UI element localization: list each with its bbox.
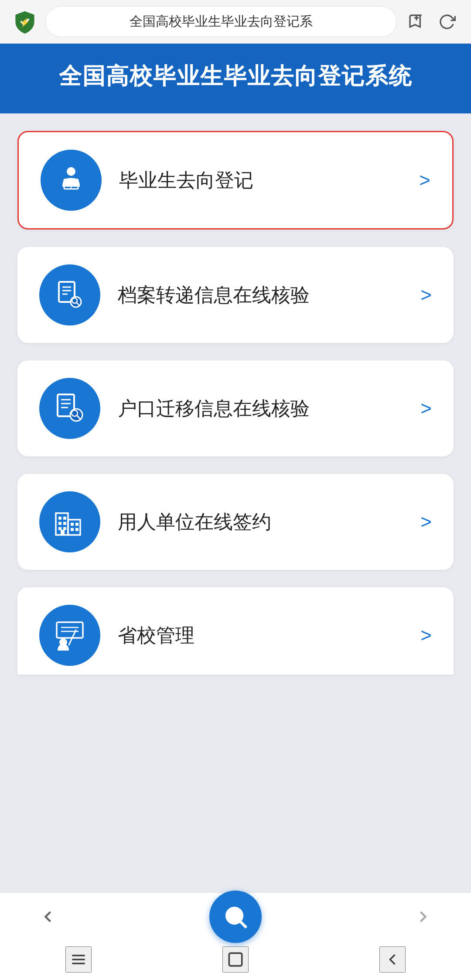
search-button[interactable] bbox=[209, 891, 262, 943]
household-icon bbox=[52, 391, 87, 426]
archive-icon-circle bbox=[39, 264, 100, 326]
svg-rect-32 bbox=[61, 530, 65, 535]
refresh-icon[interactable] bbox=[436, 11, 458, 33]
svg-line-39 bbox=[240, 922, 246, 928]
archive-icon bbox=[52, 278, 87, 312]
employer-icon-circle bbox=[39, 491, 100, 552]
menu-card-graduate-registration[interactable]: 毕业生去向登记 > bbox=[17, 131, 454, 230]
svg-rect-43 bbox=[229, 953, 242, 966]
forward-button[interactable] bbox=[410, 904, 436, 930]
svg-point-3 bbox=[67, 167, 75, 176]
system-back-button[interactable] bbox=[379, 946, 406, 973]
app-header-title: 全国高校毕业生毕业去向登记系统 bbox=[22, 61, 449, 92]
household-icon-circle bbox=[39, 378, 100, 439]
menu-card-province-management[interactable]: 省校管理 > bbox=[17, 587, 454, 675]
svg-rect-31 bbox=[75, 528, 78, 531]
province-management-arrow: > bbox=[420, 624, 432, 646]
employer-signing-label: 用人单位在线签约 bbox=[118, 509, 403, 535]
back-button[interactable] bbox=[35, 904, 61, 930]
bookmark-icon[interactable] bbox=[406, 11, 427, 33]
svg-rect-25 bbox=[63, 522, 66, 525]
graduate-registration-label: 毕业生去向登记 bbox=[119, 168, 402, 193]
archive-transfer-arrow: > bbox=[420, 284, 432, 306]
menu-card-employer-signing[interactable]: 用人单位在线签约 > bbox=[17, 474, 454, 570]
bottom-bar-buttons bbox=[0, 893, 471, 941]
svg-rect-30 bbox=[71, 528, 74, 531]
browser-bar: ⚡ 全国高校毕业生毕业去向登记系 bbox=[0, 0, 471, 44]
graduate-icon bbox=[54, 163, 89, 198]
svg-rect-21 bbox=[68, 520, 80, 535]
employer-signing-arrow: > bbox=[420, 511, 432, 533]
menu-card-household-transfer[interactable]: 户口迁移信息在线核验 > bbox=[17, 360, 454, 456]
svg-rect-24 bbox=[58, 522, 61, 525]
household-transfer-arrow: > bbox=[420, 397, 432, 419]
svg-rect-29 bbox=[75, 523, 78, 526]
province-management-label: 省校管理 bbox=[118, 623, 403, 648]
graduate-registration-arrow: > bbox=[419, 169, 430, 191]
employer-icon bbox=[52, 504, 87, 539]
app-header: 全国高校毕业生毕业去向登记系统 bbox=[0, 44, 471, 113]
svg-rect-22 bbox=[58, 517, 61, 520]
svg-text:⚡: ⚡ bbox=[20, 17, 30, 27]
svg-point-38 bbox=[227, 908, 242, 923]
browser-address-bar[interactable]: 全国高校毕业生毕业去向登记系 bbox=[45, 6, 397, 37]
browser-title-text: 全国高校毕业生毕业去向登记系 bbox=[130, 13, 313, 31]
bottom-navigation bbox=[0, 892, 471, 980]
shield-icon: ⚡ bbox=[13, 10, 37, 34]
household-transfer-label: 户口迁移信息在线核验 bbox=[118, 396, 403, 421]
main-content: 毕业生去向登记 > 档案转递信息在线核验 > bbox=[0, 113, 471, 899]
svg-rect-26 bbox=[58, 527, 61, 530]
svg-rect-28 bbox=[71, 523, 74, 526]
system-menu-button[interactable] bbox=[65, 946, 92, 973]
svg-rect-27 bbox=[63, 527, 66, 530]
archive-transfer-label: 档案转递信息在线核验 bbox=[118, 282, 403, 308]
svg-rect-33 bbox=[57, 622, 83, 638]
menu-card-archive-transfer[interactable]: 档案转递信息在线核验 > bbox=[17, 247, 454, 343]
graduate-icon-circle bbox=[41, 150, 102, 211]
browser-action-icons bbox=[406, 11, 458, 33]
province-icon-circle bbox=[39, 605, 100, 666]
system-navigation bbox=[0, 941, 471, 980]
province-icon bbox=[52, 618, 87, 653]
svg-rect-23 bbox=[63, 517, 66, 520]
system-home-button[interactable] bbox=[222, 946, 249, 973]
